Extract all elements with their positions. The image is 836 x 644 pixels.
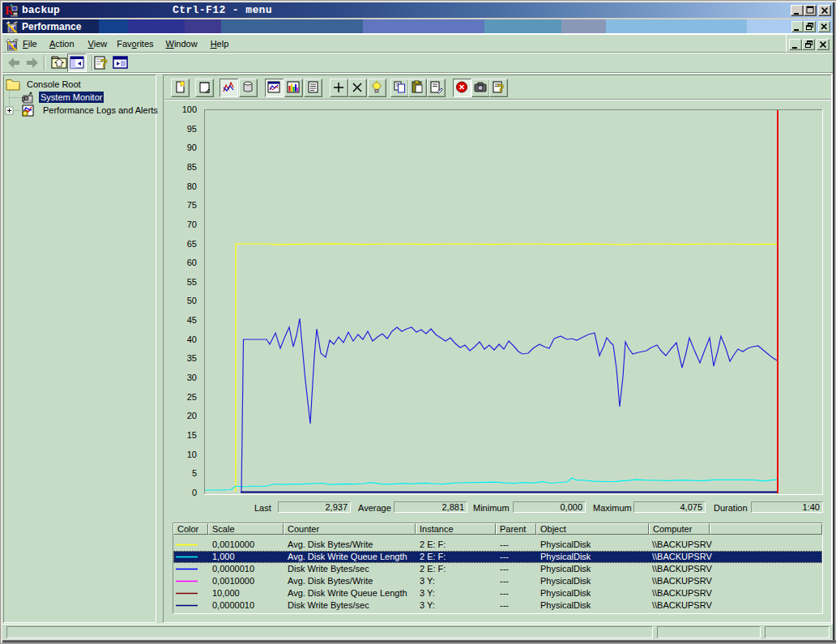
svg-text:?: ? xyxy=(100,56,108,70)
svg-text:?: ? xyxy=(497,82,505,95)
